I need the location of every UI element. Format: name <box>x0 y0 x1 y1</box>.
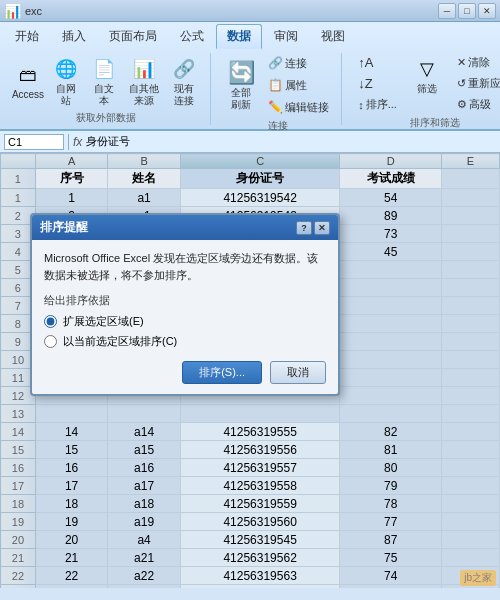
cell-r23-c1[interactable]: a22 <box>108 567 181 585</box>
cell-d1[interactable]: 考试成绩 <box>340 169 442 189</box>
dialog-ok-btn[interactable]: 排序(S)... <box>182 361 262 384</box>
col-header-c[interactable]: C <box>180 154 340 169</box>
cell-r16-c1[interactable]: a15 <box>108 441 181 459</box>
tab-start[interactable]: 开始 <box>4 24 50 49</box>
cell-r24-c2[interactable]: 41256319564 <box>180 585 340 589</box>
cell-r21-c3[interactable]: 87 <box>340 531 442 549</box>
cell-r23-c2[interactable]: 41256319563 <box>180 567 340 585</box>
cell-r14-e[interactable] <box>441 405 499 423</box>
cell-r19-e[interactable] <box>441 495 499 513</box>
col-header-a[interactable]: A <box>35 154 108 169</box>
radio-current-input[interactable] <box>44 335 57 348</box>
cell-r15-c0[interactable]: 14 <box>35 423 108 441</box>
cell-r13-c3[interactable] <box>340 387 442 405</box>
dialog-close-btn[interactable]: ✕ <box>314 221 330 235</box>
name-box[interactable] <box>4 134 64 150</box>
radio-expand-input[interactable] <box>44 315 57 328</box>
dialog-help-btn[interactable]: ? <box>296 221 312 235</box>
cell-r20-e[interactable] <box>441 513 499 531</box>
btn-advanced[interactable]: ⚙ 高级 <box>453 95 500 114</box>
cell-r16-c2[interactable]: 41256319556 <box>180 441 340 459</box>
cell-r19-c0[interactable]: 18 <box>35 495 108 513</box>
tab-view[interactable]: 视图 <box>310 24 356 49</box>
cell-r21-c0[interactable]: 20 <box>35 531 108 549</box>
cell-r2-c0[interactable]: 1 <box>35 189 108 207</box>
cell-r15-e[interactable] <box>441 423 499 441</box>
cell-r22-c3[interactable]: 75 <box>340 549 442 567</box>
btn-filter[interactable]: ▽ 筛选 <box>409 53 445 97</box>
cell-r18-c2[interactable]: 41256319558 <box>180 477 340 495</box>
tab-pagelayout[interactable]: 页面布局 <box>98 24 168 49</box>
btn-web[interactable]: 🌐 自网站 <box>48 53 84 109</box>
cell-r2-c2[interactable]: 41256319542 <box>180 189 340 207</box>
btn-access[interactable]: 🗃 Access <box>10 59 46 103</box>
cell-r11-c3[interactable] <box>340 351 442 369</box>
maximize-btn[interactable]: □ <box>458 3 476 19</box>
sort-dialog[interactable]: 排序提醒 ? ✕ Microsoft Office Excel 发现在选定区域旁… <box>30 213 340 396</box>
cell-r8-c3[interactable] <box>340 297 442 315</box>
radio-current[interactable]: 以当前选定区域排序(C) <box>44 334 326 349</box>
cell-r17-c2[interactable]: 41256319557 <box>180 459 340 477</box>
cell-e1[interactable] <box>441 169 499 189</box>
cell-r20-c1[interactable]: a19 <box>108 513 181 531</box>
minimize-btn[interactable]: ─ <box>438 3 456 19</box>
btn-sort-custom[interactable]: ↕ 排序... <box>354 95 401 114</box>
cell-r11-e[interactable] <box>441 351 499 369</box>
cell-r7-e[interactable] <box>441 279 499 297</box>
cell-r19-c1[interactable]: a18 <box>108 495 181 513</box>
col-header-e[interactable]: E <box>441 154 499 169</box>
cell-r22-c1[interactable]: a21 <box>108 549 181 567</box>
cell-r17-c1[interactable]: a16 <box>108 459 181 477</box>
cell-a1[interactable]: 序号 <box>35 169 108 189</box>
col-header-b[interactable]: B <box>108 154 181 169</box>
cell-r3-c3[interactable]: 89 <box>340 207 442 225</box>
cell-r15-c1[interactable]: a14 <box>108 423 181 441</box>
tab-review[interactable]: 审阅 <box>263 24 309 49</box>
btn-connection[interactable]: 🔗 连接 <box>263 53 333 73</box>
cell-r22-c2[interactable]: 41256319562 <box>180 549 340 567</box>
dialog-cancel-btn[interactable]: 取消 <box>270 361 326 384</box>
cell-r6-e[interactable] <box>441 261 499 279</box>
btn-sort-desc[interactable]: ↓Z <box>354 74 401 93</box>
cell-r2-c1[interactable]: a1 <box>108 189 181 207</box>
cell-r12-c3[interactable] <box>340 369 442 387</box>
cell-r24-c3[interactable]: 59 <box>340 585 442 589</box>
cell-r13-e[interactable] <box>441 387 499 405</box>
cell-r5-c3[interactable]: 45 <box>340 243 442 261</box>
cell-r15-c2[interactable]: 41256319555 <box>180 423 340 441</box>
cell-r20-c3[interactable]: 77 <box>340 513 442 531</box>
cell-r12-e[interactable] <box>441 369 499 387</box>
cell-r22-c0[interactable]: 21 <box>35 549 108 567</box>
formula-input[interactable] <box>86 136 496 148</box>
tab-formula[interactable]: 公式 <box>169 24 215 49</box>
btn-clear[interactable]: ✕ 清除 <box>453 53 500 72</box>
tab-data[interactable]: 数据 <box>216 24 262 49</box>
cell-r9-c3[interactable] <box>340 315 442 333</box>
cell-r7-c3[interactable] <box>340 279 442 297</box>
cell-r23-c3[interactable]: 74 <box>340 567 442 585</box>
cell-r19-c3[interactable]: 78 <box>340 495 442 513</box>
btn-reapply[interactable]: ↺ 重新应用 <box>453 74 500 93</box>
cell-r24-c1[interactable]: a23 <box>108 585 181 589</box>
cell-r8-e[interactable] <box>441 297 499 315</box>
btn-existing[interactable]: 🔗 现有连接 <box>166 53 202 109</box>
btn-text[interactable]: 📄 自文本 <box>86 53 122 109</box>
btn-sort-asc[interactable]: ↑A <box>354 53 401 72</box>
cell-r21-e[interactable] <box>441 531 499 549</box>
radio-expand[interactable]: 扩展选定区域(E) <box>44 314 326 329</box>
cell-r16-e[interactable] <box>441 441 499 459</box>
cell-r21-c2[interactable]: 41256319545 <box>180 531 340 549</box>
cell-r15-c3[interactable]: 82 <box>340 423 442 441</box>
cell-r4-c3[interactable]: 73 <box>340 225 442 243</box>
cell-r20-c2[interactable]: 41256319560 <box>180 513 340 531</box>
cell-r22-e[interactable] <box>441 549 499 567</box>
cell-r21-c1[interactable]: a4 <box>108 531 181 549</box>
cell-r14-c2[interactable] <box>180 405 340 423</box>
cell-r6-c3[interactable] <box>340 261 442 279</box>
cell-r19-c2[interactable]: 41256319559 <box>180 495 340 513</box>
cell-r18-e[interactable] <box>441 477 499 495</box>
cell-r24-c0[interactable]: 23 <box>35 585 108 589</box>
cell-r14-c3[interactable] <box>340 405 442 423</box>
cell-r14-c1[interactable] <box>108 405 181 423</box>
cell-r9-e[interactable] <box>441 315 499 333</box>
